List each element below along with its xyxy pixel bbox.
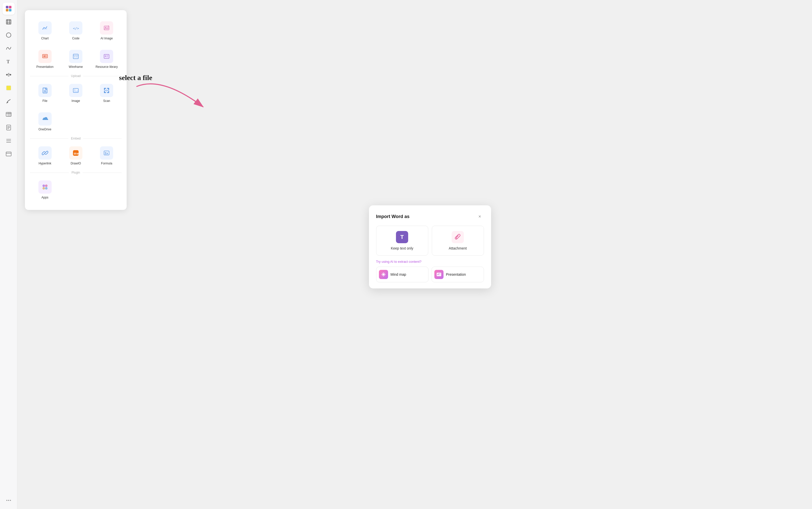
dialog-header: Import Word as × [376, 212, 484, 220]
keep-text-icon: T [396, 231, 408, 243]
svg-point-71 [45, 187, 47, 190]
svg-text:draw: draw [74, 152, 79, 155]
presentation-ai-icon: P [434, 270, 444, 279]
svg-rect-56 [108, 88, 109, 90]
svg-text:Σx: Σx [105, 152, 108, 155]
sidebar-item-sticky[interactable] [3, 82, 15, 94]
code-icon: </> [69, 21, 83, 35]
grid-item-chart[interactable]: Chart [30, 18, 60, 43]
sidebar-item-list[interactable] [3, 135, 15, 147]
ai-btn-mindmap[interactable]: Mind map [376, 267, 428, 282]
sidebar-item-curve[interactable] [3, 42, 15, 55]
ai-btn-presentation[interactable]: P Presentation [431, 267, 484, 282]
grid-item-image[interactable]: Image [61, 81, 91, 105]
dialog-close-button[interactable]: × [476, 212, 484, 220]
svg-rect-85 [438, 274, 440, 275]
dialog-options-row: T Keep text only Attachment [376, 226, 484, 256]
plugin-label: Plugin [71, 171, 80, 174]
grid-item-file[interactable]: File [30, 81, 60, 105]
svg-point-12 [6, 74, 7, 75]
grid-item-hyperlink[interactable]: Hyperlink [30, 143, 60, 168]
svg-line-63 [44, 152, 46, 154]
svg-point-70 [42, 187, 45, 190]
drawio-icon: draw [69, 146, 83, 160]
attachment-icon [452, 231, 464, 243]
svg-rect-17 [6, 112, 11, 116]
ai-image-icon: ✦ [100, 21, 113, 35]
svg-point-32 [10, 500, 11, 501]
svg-point-52 [74, 90, 75, 91]
hyperlink-icon [38, 146, 52, 160]
svg-rect-45 [104, 55, 109, 59]
svg-rect-84 [438, 273, 441, 274]
svg-rect-47 [107, 56, 108, 56]
sidebar-item-frame[interactable] [3, 16, 15, 28]
svg-rect-0 [6, 6, 8, 8]
grid-item-scan[interactable]: Scan [92, 81, 122, 105]
presentation-ai-btn-label: Presentation [446, 272, 466, 276]
sidebar-item-text[interactable]: T [3, 56, 15, 68]
plugin-divider: Plugin [30, 171, 122, 174]
sidebar-item-connector[interactable] [3, 69, 15, 81]
section-plugin: Apps [30, 175, 122, 204]
grid-item-presentation[interactable]: P Presentation [30, 47, 60, 71]
svg-point-9 [6, 33, 11, 37]
chart-label: Chart [41, 37, 48, 40]
sidebar-item-logo[interactable] [3, 3, 15, 15]
sidebar-item-shape[interactable] [3, 29, 15, 41]
sidebar-item-embed[interactable] [3, 148, 15, 160]
dialog-option-text-only[interactable]: T Keep text only [376, 226, 428, 256]
svg-rect-54 [104, 88, 105, 90]
sidebar-item-table[interactable] [3, 108, 15, 121]
grid-item-ai-image[interactable]: ✦ AI Image [92, 18, 122, 43]
grid-item-apps[interactable]: Apps [30, 177, 60, 202]
file-icon [38, 84, 52, 97]
grid-item-resource-library[interactable]: Resource library [92, 47, 122, 71]
dialog-option-attachment[interactable]: Attachment [432, 226, 484, 256]
section-create2: P Presentation Wireframe [30, 45, 122, 73]
annotation-area: select a file [117, 71, 218, 123]
ai-image-label: AI Image [100, 37, 113, 40]
svg-point-13 [10, 74, 11, 75]
embed-divider: Embed [30, 137, 122, 140]
svg-line-78 [382, 273, 383, 274]
arrow-svg [117, 71, 218, 122]
sidebar-item-pen[interactable] [3, 95, 15, 107]
dialog-overlay: Import Word as × T Keep text only [17, 0, 812, 509]
grid-item-wireframe[interactable]: Wireframe [61, 47, 91, 71]
apps-icon [38, 180, 52, 194]
formula-icon: Σx [100, 146, 113, 160]
formula-label: Formula [101, 162, 112, 165]
mindmap-icon [379, 270, 388, 279]
keep-text-label: Keep text only [391, 246, 414, 250]
sidebar-item-textfile[interactable] [3, 122, 15, 134]
grid-item-onedrive[interactable]: OneDrive [30, 109, 60, 134]
section-onedrive: OneDrive [30, 107, 122, 136]
wireframe-label: Wireframe [69, 65, 83, 69]
svg-rect-4 [6, 20, 11, 24]
chart-icon [38, 21, 52, 35]
grid-item-formula[interactable]: Σx Formula [92, 143, 122, 168]
grid-item-code[interactable]: </> Code [61, 18, 91, 43]
svg-marker-33 [42, 27, 47, 30]
sidebar-item-more[interactable] [3, 494, 15, 506]
svg-rect-16 [6, 86, 11, 90]
svg-text:</>: </> [73, 27, 79, 30]
hyperlink-label: Hyperlink [39, 162, 52, 165]
svg-rect-48 [107, 57, 108, 57]
embed-label: Embed [71, 137, 80, 140]
svg-text:P: P [44, 55, 45, 58]
svg-point-31 [8, 500, 9, 501]
file-label: File [42, 99, 47, 103]
apps-label: Apps [41, 196, 48, 199]
svg-rect-3 [9, 9, 11, 11]
scan-icon [100, 84, 113, 97]
dialog-ai-row: Mind map P Presentation [376, 267, 484, 282]
grid-item-drawio[interactable]: draw DrawIO [61, 143, 91, 168]
embed-divider-left [30, 138, 68, 139]
ai-prompt-label: Try using AI to extract content? [376, 260, 484, 264]
svg-rect-43 [74, 56, 75, 58]
onedrive-icon [38, 112, 52, 126]
svg-rect-58 [104, 91, 105, 93]
svg-point-69 [45, 184, 47, 187]
